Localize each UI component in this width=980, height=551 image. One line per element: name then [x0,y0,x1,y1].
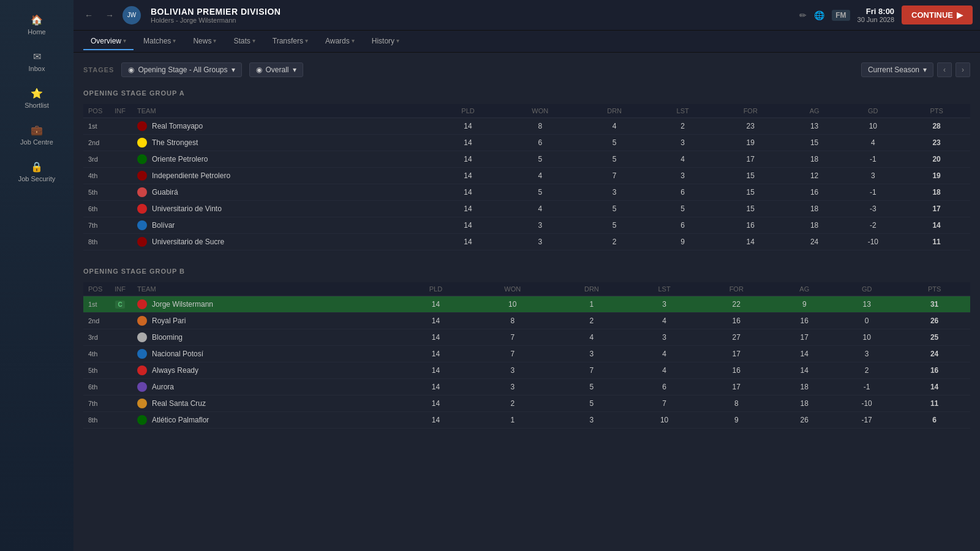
pld-cell: 14 [400,346,472,362]
stage-dropdown-button[interactable]: ◉ Opening Stage - All Groups ▾ [121,62,241,77]
main-content: ← → JW BOLIVIAN PREMIER DIVISION Holders… [74,0,980,551]
ag-cell: 14 [774,346,835,362]
gd-cell: -10 [835,395,899,412]
pts-cell: 6 [899,412,970,429]
tab-awards[interactable]: Awards ▾ [318,33,362,50]
pts-cell: 14 [899,379,970,395]
table-row[interactable]: 3rd Blooming 14 7 4 3 27 17 10 25 [83,329,970,346]
col-won-a: WON [502,104,579,118]
table-row[interactable]: 8th Universitario de Sucre 14 3 2 9 14 2… [83,234,970,250]
table-row[interactable]: 7th Bolívar 14 3 5 6 16 18 -2 14 [83,217,970,234]
tab-history-arrow: ▾ [396,37,399,44]
group-b-body: 1st C Jorge Wilstermann 14 10 1 3 22 9 1… [83,296,970,429]
sidebar-item-job-security[interactable]: 🔒 Job Security [0,153,74,190]
team-badge-icon [137,399,147,408]
tab-stats[interactable]: Stats ▾ [226,33,262,50]
team-cell: Oriente Petrolero [132,151,434,168]
inf-cell [108,379,132,395]
drn-cell: 5 [554,379,630,395]
table-row[interactable]: 5th Guabirá 14 5 3 6 15 16 -1 18 [83,184,970,201]
pld-cell: 14 [400,296,472,313]
tab-transfers[interactable]: Transfers ▾ [265,33,315,50]
continue-label: CONTINUE [911,10,953,20]
team-name: Atlético Palmaflor [152,416,209,424]
next-season-button[interactable]: › [956,62,970,77]
col-gd-b: GD [835,282,899,296]
team-badge-icon [137,237,147,247]
globe-icon[interactable]: 🌐 [814,10,824,20]
lst-cell: 4 [630,313,699,329]
inf-cell: C [108,296,132,313]
tab-matches[interactable]: Matches ▾ [136,33,183,50]
topbar-right: ✏ 🌐 FM Fri 8:00 30 Jun 2028 CONTINUE ▶ [799,6,973,24]
pld-cell: 14 [434,118,502,135]
table-row[interactable]: 6th Aurora 14 3 5 6 17 18 -1 14 [83,379,970,395]
table-row[interactable]: 5th Always Ready 14 3 7 4 16 14 2 16 [83,362,970,379]
team-badge-icon [137,204,147,214]
continue-button[interactable]: CONTINUE ▶ [902,6,973,24]
for-cell: 14 [715,234,786,250]
col-pts-b: PTS [899,282,970,296]
table-row[interactable]: 4th Nacional Potosí 14 7 3 4 17 14 3 24 [83,346,970,362]
club-badge: JW [123,6,141,24]
table-row[interactable]: 8th Atlético Palmaflor 14 1 3 10 9 26 -1… [83,412,970,429]
tab-overview[interactable]: Overview ▾ [83,33,134,50]
pos-cell: 2nd [83,313,108,329]
sidebar-label-inbox: Inbox [29,65,45,72]
prev-season-button[interactable]: ‹ [937,62,952,77]
pts-cell: 26 [899,313,970,329]
sidebar-item-inbox[interactable]: ✉ Inbox [0,43,74,80]
sidebar-item-shortlist[interactable]: ⭐ Shortlist [0,80,74,116]
tab-news-arrow: ▾ [213,37,216,44]
team-cell: Guabirá [132,184,434,201]
table-row[interactable]: 2nd The Strongest 14 6 5 3 19 15 4 23 [83,135,970,151]
job-security-icon: 🔒 [31,160,43,173]
drn-cell: 1 [554,296,630,313]
lst-cell: 9 [650,234,715,250]
season-dropdown-button[interactable]: Current Season ▾ [861,62,933,77]
sidebar-item-home[interactable]: 🏠 Home [0,6,74,43]
pos-cell: 8th [83,412,108,429]
table-row[interactable]: 1st Real Tomayapo 14 8 4 2 23 13 10 28 [83,118,970,135]
won-cell: 5 [502,184,579,201]
sidebar-label-home: Home [28,28,45,36]
pld-cell: 14 [400,362,472,379]
for-cell: 16 [715,217,786,234]
table-row[interactable]: 2nd Royal Pari 14 8 2 4 16 16 0 26 [83,313,970,329]
inf-cell [108,313,132,329]
back-button[interactable]: ← [81,8,97,23]
drn-cell: 2 [579,234,650,250]
won-cell: 5 [502,151,579,168]
col-team-b: TEAM [132,282,400,296]
nav-tabs: Overview ▾ Matches ▾ News ▾ Stats ▾ Tran… [74,31,980,53]
team-name: Nacional Potosí [152,350,203,358]
inf-cell [108,412,132,429]
inf-cell [108,168,132,184]
col-ag-b: AG [774,282,835,296]
table-row[interactable]: 6th Universitario de Vinto 14 4 5 5 15 1… [83,201,970,217]
won-cell: 7 [472,329,554,346]
pts-cell: 11 [903,234,970,250]
table-row[interactable]: 4th Independiente Petrolero 14 4 7 3 15 … [83,168,970,184]
sidebar-item-job-centre[interactable]: 💼 Job Centre [0,116,74,153]
view-dropdown-button[interactable]: ◉ Overall ▾ [249,62,303,77]
group-b-section: OPENING STAGE GROUP B POS INF TEAM PLD W… [83,265,970,429]
edit-icon[interactable]: ✏ [799,10,807,20]
tab-news-label: News [193,37,211,45]
team-badge-icon [137,415,147,425]
won-cell: 1 [472,412,554,429]
pos-cell: 7th [83,395,108,412]
team-cell: Blooming [132,329,400,346]
table-row[interactable]: 1st C Jorge Wilstermann 14 10 1 3 22 9 1… [83,296,970,313]
tab-history[interactable]: History ▾ [364,33,407,50]
forward-button[interactable]: → [102,8,118,23]
table-row[interactable]: 3rd Oriente Petrolero 14 5 5 4 17 18 -1 … [83,151,970,168]
drn-cell: 7 [579,168,650,184]
pts-cell: 23 [903,135,970,151]
team-name: Royal Pari [152,317,186,325]
pos-cell: 4th [83,168,108,184]
tab-news[interactable]: News ▾ [186,33,224,50]
ag-cell: 26 [774,412,835,429]
gd-cell: -3 [843,201,903,217]
table-row[interactable]: 7th Real Santa Cruz 14 2 5 7 8 18 -10 11 [83,395,970,412]
